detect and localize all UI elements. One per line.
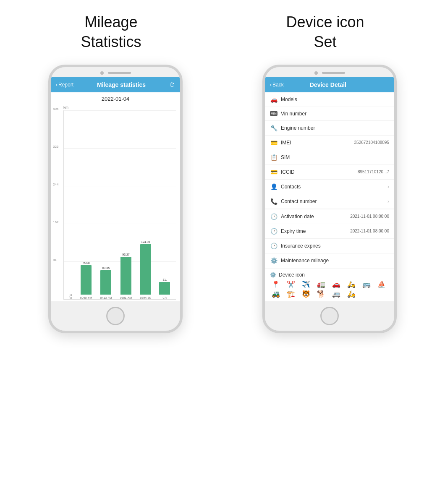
expiry-label: Expiry time xyxy=(281,228,347,234)
bar-group-first: já to xyxy=(70,293,72,299)
icon-bus[interactable]: 🚌 xyxy=(361,280,372,288)
icon-car[interactable]: 🚗 xyxy=(330,280,342,288)
row-activation: 🕐 Activation date 2021-11-01 08:00:00 xyxy=(265,209,394,224)
row-vin: VIN Vin number xyxy=(265,107,394,121)
bars-container: já to 75.08 0040-YM xyxy=(64,110,176,299)
icon-boat[interactable]: ⛵ xyxy=(376,280,387,288)
row-imei: 💳 IMEI 352672104108095 xyxy=(265,136,394,150)
row-contact-number[interactable]: 📞 Contact number › xyxy=(265,194,394,209)
bar-value-2: 93.27 xyxy=(122,253,130,256)
device-screen: ‹ Back Device Detail 🚗 Models VIN Vin nu… xyxy=(265,77,394,301)
bar-1 xyxy=(100,270,111,295)
expiry-clock-icon: 🕐 xyxy=(270,228,277,235)
engine-label: Engine number xyxy=(281,125,389,131)
bar-group-4: 31. 07: xyxy=(159,278,170,299)
device-back-button[interactable]: ‹ Back xyxy=(270,82,284,88)
vin-icon: VIN xyxy=(270,111,277,116)
imei-icon: 💳 xyxy=(270,139,277,146)
device-icons-grid: 📍 ✂️ ✈️ 🚛 🚗 🛵 🚌 ⛵ 🚜 🏗️ 🐯 xyxy=(270,280,389,298)
bar-value-4: 31. xyxy=(162,278,167,281)
iccid-icon: 💳 xyxy=(270,169,277,175)
maintenance-label: Maintenance mileage xyxy=(281,258,389,264)
engine-icon: 🔧 xyxy=(270,125,277,131)
row-insurance: 🕐 Insurance expires xyxy=(265,239,394,253)
sim-label: SIM xyxy=(281,154,389,160)
row-engine: 🔧 Engine number xyxy=(265,121,394,136)
contact-number-label: Contact number xyxy=(281,198,382,204)
activation-clock-icon: 🕐 xyxy=(270,213,277,220)
mileage-screen: ‹ Report Mileage statistics ⏱ 2022-01-04… xyxy=(51,77,180,301)
icon-van[interactable]: 🚐 xyxy=(330,290,342,298)
phone-icon: 📞 xyxy=(270,198,277,205)
mileage-back-label: Report xyxy=(58,82,73,88)
phone-bottom-right xyxy=(265,301,394,331)
icon-truck[interactable]: 🚛 xyxy=(315,280,327,288)
vin-label: Vin number xyxy=(281,111,389,117)
grid-label-162: 162 xyxy=(53,220,58,224)
models-label: Models xyxy=(281,97,389,102)
icon-dog[interactable]: 🐕 xyxy=(315,290,327,298)
phone-bottom-left xyxy=(51,301,180,331)
back-chevron-icon: ‹ xyxy=(56,82,58,88)
bar-3 xyxy=(140,244,151,295)
contacts-label: Contacts xyxy=(281,184,382,190)
chart-grid: 406 325 244 162 81 xyxy=(63,110,176,300)
bar-group-2: 93.27 0501-AM xyxy=(120,253,132,299)
icon-tractor[interactable]: 🚜 xyxy=(270,290,282,298)
clock-icon[interactable]: ⏱ xyxy=(169,81,175,88)
imei-value: 352672104108095 xyxy=(354,140,389,145)
bar-4 xyxy=(159,282,170,295)
bar-label-1: 0413-FM xyxy=(100,296,112,299)
activation-label: Activation date xyxy=(281,214,347,219)
top-labels: MileageStatistics Device iconSet xyxy=(8,13,437,52)
km-label: km xyxy=(63,105,176,110)
imei-label: IMEI xyxy=(281,140,351,146)
icon-scooter[interactable]: 🛵 xyxy=(346,280,357,288)
mileage-nav-title: Mileage statistics xyxy=(97,81,146,88)
mileage-nav-bar: ‹ Report Mileage statistics ⏱ xyxy=(51,77,180,92)
sim-icon: 📋 xyxy=(270,154,277,161)
icon-moped[interactable]: 🛵 xyxy=(346,290,357,298)
icon-crane[interactable]: 🏗️ xyxy=(285,290,297,298)
bar-label-0: 0040-YM xyxy=(80,296,92,299)
car-icon: 🚗 xyxy=(270,96,277,103)
bar-label-4: 07: xyxy=(162,296,167,299)
contacts-icon: 👤 xyxy=(270,183,277,190)
bar-group-3: 124.96 0594-3K xyxy=(140,240,151,299)
icon-pin[interactable]: 📍 xyxy=(270,280,282,288)
grid-label-81: 81 xyxy=(53,258,57,262)
home-button-right[interactable] xyxy=(320,307,339,325)
icon-scissors[interactable]: ✂️ xyxy=(285,280,297,288)
phone-top-left xyxy=(51,67,180,77)
bar-2 xyxy=(120,257,131,295)
bar-label-3: 0594-3K xyxy=(140,296,151,299)
expiry-value: 2022-11-01 08:00:00 xyxy=(350,229,389,233)
icon-tiger[interactable]: 🐯 xyxy=(300,290,312,298)
grid-label-325: 325 xyxy=(53,145,58,149)
home-button-left[interactable] xyxy=(106,307,125,325)
grid-label-406: 406 xyxy=(53,107,58,111)
back-chevron-icon-2: ‹ xyxy=(270,82,272,88)
bar-value-0: 75.08 xyxy=(82,261,90,264)
row-contacts[interactable]: 👤 Contacts › xyxy=(265,180,394,194)
mileage-back-button[interactable]: ‹ Report xyxy=(56,82,73,88)
contacts-chevron: › xyxy=(387,184,389,190)
mileage-phone: ‹ Report Mileage statistics ⏱ 2022-01-04… xyxy=(48,65,183,333)
bar-label-2: 0501-AM xyxy=(120,296,132,299)
device-icons-row-1: 📍 ✂️ ✈️ 🚛 🚗 🛵 🚌 ⛵ xyxy=(270,280,389,288)
camera-left xyxy=(100,71,104,75)
device-phone: ‹ Back Device Detail 🚗 Models VIN Vin nu… xyxy=(262,65,397,333)
device-icons-row-2: 🚜 🏗️ 🐯 🐕 🚐 🛵 xyxy=(270,290,389,298)
grid-label-244: 244 xyxy=(53,183,58,186)
icon-plane[interactable]: ✈️ xyxy=(300,280,312,288)
right-section-title: Device iconSet xyxy=(286,13,364,52)
bar-group-0: 75.08 0040-YM xyxy=(80,261,92,299)
phone-top-right xyxy=(265,67,394,77)
bar-group-1: 63.85 0413-FM xyxy=(100,266,112,299)
device-back-label: Back xyxy=(272,82,284,88)
device-icon-settings-icon: ⚙️ xyxy=(270,272,276,278)
iccid-label: ICCID xyxy=(281,169,354,175)
device-icon-label: ⚙️ Device icon xyxy=(270,272,389,278)
mileage-content: 2022-01-04 km 406 325 244 xyxy=(51,92,180,301)
x-first-label: já to xyxy=(70,293,72,299)
